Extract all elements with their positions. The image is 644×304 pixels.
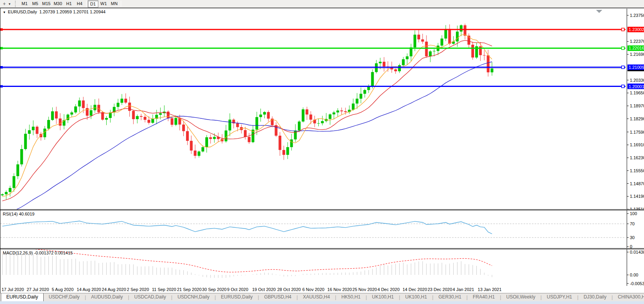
crosshair-pointer-icon[interactable]: + — [0, 1, 9, 7]
rsi-line — [2, 221, 492, 234]
level-left-handle[interactable] — [0, 85, 3, 88]
date-tick-label: 14 Aug 2020 — [77, 287, 101, 292]
macd-histogram — [2, 251, 492, 278]
tab-china300-h1[interactable]: CHINA300,H1 — [613, 293, 644, 301]
date-tick-label: 2 Sep 2020 — [127, 287, 149, 292]
tab-xauusd-h4[interactable]: XAUUSD,H4 — [298, 293, 335, 301]
date-tick-label: 13 Jan 2021 — [478, 287, 502, 292]
timeframe-button-d1[interactable]: D1 — [88, 0, 98, 7]
price-chart-panel[interactable]: 1.237501.223701.216901.203301.196501.189… — [0, 9, 644, 209]
panel-separator[interactable] — [0, 248, 644, 249]
axis-tick-label: 1.16230 — [630, 155, 644, 160]
level-right-handle[interactable] — [622, 85, 624, 88]
panel-separator[interactable] — [0, 209, 644, 210]
svg-text:1.20001: 1.20001 — [629, 84, 644, 89]
timeframe-button-m5[interactable]: M5 — [30, 0, 41, 7]
axis-tick-label: 30 — [630, 235, 635, 240]
axis-tick-label: 1.18290 — [630, 116, 644, 121]
axis-tick-label: 1.21690 — [630, 52, 644, 57]
date-tick-label: 28 Oct 2020 — [277, 287, 301, 292]
chart-title: ▼EURUSD,Daily 1.20739 1.20959 1.20701 1.… — [3, 9, 105, 14]
axis-tick-label: 1.16910 — [630, 142, 644, 147]
date-tick-label: 14 Dec 2020 — [402, 287, 427, 292]
chevron-down-icon[interactable]: ▾ — [9, 2, 14, 6]
date-tick-label: 11 Sep 2020 — [152, 287, 176, 292]
date-tick-label: 24 Aug 2020 — [102, 287, 126, 292]
tab-usoil-weekly[interactable]: USOil,Weekly — [501, 293, 541, 301]
tab-dj30-daily[interactable]: DJ30,Daily — [578, 293, 611, 301]
date-tick-label: 4 Dec 2020 — [378, 287, 400, 292]
ma-slow-line — [2, 62, 492, 209]
svg-text:1.23002: 1.23002 — [629, 27, 644, 32]
tab-usdcnh-daily[interactable]: USDCNH,Daily — [172, 293, 214, 301]
level-left-handle[interactable] — [0, 47, 3, 49]
date-tick-label: 25 Nov 2020 — [352, 287, 377, 292]
axis-tick-label: 1.14870 — [630, 181, 644, 186]
tab-ger30-h1[interactable]: GER30,H1 — [434, 293, 467, 301]
timeframe-button-m1[interactable]: M1 — [19, 0, 30, 7]
level-left-handle[interactable] — [0, 28, 3, 31]
date-tick-label: 9 Oct 2020 — [227, 287, 248, 292]
timeframe-button-h1[interactable]: H1 — [64, 0, 74, 7]
axis-tick-label: 0.00 — [630, 273, 638, 277]
rsi-panel[interactable]: 10070300 — [0, 210, 644, 248]
date-axis[interactable]: 17 Jul 202027 Jul 20205 Aug 202014 Aug 2… — [0, 286, 644, 293]
tab-fra40-h1[interactable]: FRA40,H1 — [468, 293, 500, 301]
level-left-handle[interactable] — [0, 66, 3, 68]
axis-tick-label: 1.15550 — [630, 168, 644, 173]
level-right-handle[interactable] — [622, 28, 624, 31]
ma-fast-line — [2, 35, 492, 197]
level-right-handle[interactable] — [622, 66, 624, 68]
toolbar-grip[interactable] — [15, 1, 18, 7]
tab-usdjpy-h1[interactable]: USDJPY,H1 — [542, 293, 577, 301]
timeframe-button-w1[interactable]: W1 — [98, 0, 109, 7]
timeframe-button-h4[interactable]: H4 — [74, 0, 85, 7]
axis-tick-label: 1.22370 — [630, 39, 644, 44]
tab-usdcad-daily[interactable]: USDCAD,Daily — [129, 293, 171, 301]
axis-tick-label: 70 — [630, 221, 635, 226]
tab-gbpusd-h4[interactable]: GBPUSD,H4 — [259, 293, 296, 301]
macd-label: MACD(12,26,9) -0.001372 0.001415 — [3, 251, 73, 255]
tab-uk100-h1[interactable]: UK100,H1 — [367, 293, 399, 301]
axis-tick-label: 1.14190 — [630, 194, 644, 199]
macd-panel[interactable]: 0.0143840.00-0.005396 — [0, 249, 644, 286]
chart-shift-icon[interactable] — [596, 10, 602, 13]
chart-window: 1.237501.223701.216901.203301.196501.189… — [0, 8, 644, 293]
tab-uk100-h1[interactable]: UK100,H1 — [400, 293, 432, 301]
toolbar-separator — [121, 1, 121, 7]
toolbar: + ▾ M1M5M15M30H1H4D1W1MN — [0, 0, 644, 8]
axis-tick-label: -0.005396 — [630, 281, 644, 286]
chart-symbol-period: EURUSD,Daily — [8, 9, 37, 14]
chart-ohlc-values: 1.20739 1.20959 1.20701 1.20944 — [39, 9, 105, 14]
axis-tick-label: 1.20330 — [630, 78, 644, 83]
rsi-axis[interactable]: 10070300 — [627, 210, 637, 248]
level-right-handle[interactable] — [622, 47, 624, 50]
tab-eurusd-daily[interactable]: EURUSD,Daily — [1, 293, 44, 301]
date-tick-label: 6 Nov 2020 — [302, 287, 324, 292]
axis-tick-label: 1.18970 — [630, 103, 644, 108]
candlesticks — [1, 24, 494, 200]
status-strip — [0, 301, 644, 304]
date-tick-label: 16 Nov 2020 — [327, 287, 352, 292]
tab-usdchf-daily[interactable]: USDCHF,Daily — [44, 293, 85, 301]
axis-tick-label: 0 — [630, 244, 632, 248]
axis-tick-label: 1.23750 — [630, 13, 644, 18]
tab-audusd-daily[interactable]: AUDUSD,Daily — [86, 293, 128, 301]
tab-hk50-h1[interactable]: HK50,H1 — [336, 293, 366, 301]
tab-bar: EURUSD,DailyUSDCHF,Daily|AUDUSD,Daily|US… — [0, 293, 644, 301]
date-tick-label: 27 Jul 2020 — [27, 287, 49, 292]
date-tick-label: 30 Sep 2020 — [202, 287, 227, 292]
timeframe-button-m30[interactable]: M30 — [52, 0, 63, 7]
axis-tick-label: 1.17590 — [630, 130, 644, 134]
date-tick-label: 17 Jul 2020 — [2, 287, 24, 292]
axis-tick-label: 100 — [630, 211, 637, 216]
toolbar-separator — [86, 1, 87, 7]
timeframe-button-mn[interactable]: MN — [109, 0, 120, 7]
price-axis[interactable]: 1.237501.223701.216901.203301.196501.189… — [627, 9, 644, 209]
date-tick-label: 21 Sep 2020 — [177, 287, 201, 292]
chart-collapse-triangle-icon[interactable]: ▼ — [3, 11, 6, 14]
macd-axis[interactable]: 0.0143840.00-0.005396 — [627, 249, 644, 286]
tab-eurusd-daily[interactable]: EURUSD,Daily — [216, 293, 258, 301]
timeframe-button-group: M1M5M15M30H1H4D1W1MN — [19, 0, 122, 7]
timeframe-button-m15[interactable]: M15 — [41, 0, 52, 7]
